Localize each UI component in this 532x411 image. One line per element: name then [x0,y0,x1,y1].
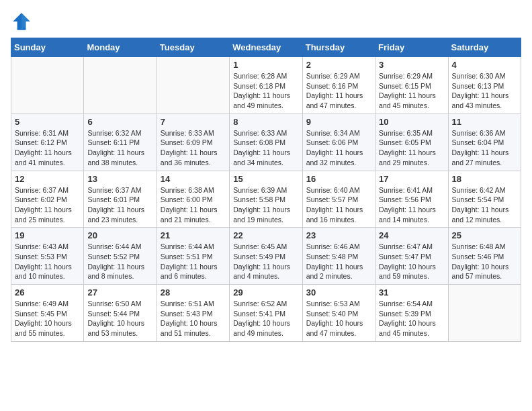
cell-content: Sunrise: 6:50 AMSunset: 5:44 PMDaylight:… [87,299,152,338]
calendar-table: SundayMondayTuesdayWednesdayThursdayFrid… [11,38,521,342]
week-row-1: 1Sunrise: 6:28 AMSunset: 6:18 PMDaylight… [11,57,521,114]
calendar-cell: 6Sunrise: 6:32 AMSunset: 6:11 PMDaylight… [84,113,157,171]
calendar-cell: 13Sunrise: 6:37 AMSunset: 6:01 PMDayligh… [84,171,157,228]
day-number: 26 [15,287,80,298]
day-number: 19 [15,230,80,240]
calendar-cell: 21Sunrise: 6:44 AMSunset: 5:51 PMDayligh… [157,228,229,285]
day-number: 29 [233,287,298,298]
calendar-cell: 14Sunrise: 6:38 AMSunset: 6:00 PMDayligh… [157,171,229,228]
logo [11,11,35,32]
day-number: 8 [233,117,298,127]
calendar-cell: 10Sunrise: 6:35 AMSunset: 6:05 PMDayligh… [375,113,448,171]
day-number: 23 [306,230,371,240]
day-number: 1 [233,60,298,70]
calendar-cell [84,57,157,114]
day-number: 2 [306,60,371,70]
day-number: 15 [233,174,298,184]
cell-content: Sunrise: 6:33 AMSunset: 6:08 PMDaylight:… [233,128,298,168]
calendar-cell: 5Sunrise: 6:31 AMSunset: 6:12 PMDaylight… [11,113,84,171]
week-row-2: 5Sunrise: 6:31 AMSunset: 6:12 PMDaylight… [11,113,521,171]
day-number: 7 [161,117,226,127]
day-number: 13 [87,174,152,184]
calendar-cell: 8Sunrise: 6:33 AMSunset: 6:08 PMDaylight… [230,113,302,171]
day-number: 18 [452,174,517,184]
cell-content: Sunrise: 6:47 AMSunset: 5:47 PMDaylight:… [379,242,444,281]
day-number: 5 [15,117,80,127]
cell-content: Sunrise: 6:38 AMSunset: 6:00 PMDaylight:… [161,185,226,225]
day-number: 3 [379,60,444,70]
col-header-monday: Monday [84,38,157,57]
day-number: 17 [379,174,444,184]
calendar-cell: 31Sunrise: 6:54 AMSunset: 5:39 PMDayligh… [375,285,448,342]
cell-content: Sunrise: 6:34 AMSunset: 6:06 PMDaylight:… [306,128,371,168]
day-number: 11 [452,117,517,127]
cell-content: Sunrise: 6:43 AMSunset: 5:53 PMDaylight:… [15,242,80,281]
calendar-cell: 12Sunrise: 6:37 AMSunset: 6:02 PMDayligh… [11,171,84,228]
cell-content: Sunrise: 6:28 AMSunset: 6:18 PMDaylight:… [233,71,298,111]
day-number: 22 [233,230,298,240]
day-number: 9 [306,117,371,127]
day-number: 10 [379,117,444,127]
svg-marker-1 [21,13,30,30]
calendar-cell: 1Sunrise: 6:28 AMSunset: 6:18 PMDaylight… [230,57,302,114]
calendar-cell: 7Sunrise: 6:33 AMSunset: 6:09 PMDaylight… [157,113,229,171]
calendar-cell: 15Sunrise: 6:39 AMSunset: 5:58 PMDayligh… [230,171,302,228]
day-number: 12 [15,174,80,184]
cell-content: Sunrise: 6:29 AMSunset: 6:16 PMDaylight:… [306,71,371,111]
col-header-thursday: Thursday [302,38,375,57]
cell-content: Sunrise: 6:35 AMSunset: 6:05 PMDaylight:… [379,128,444,168]
week-row-4: 19Sunrise: 6:43 AMSunset: 5:53 PMDayligh… [11,228,521,285]
calendar-cell: 26Sunrise: 6:49 AMSunset: 5:45 PMDayligh… [11,285,84,342]
calendar-header-row: SundayMondayTuesdayWednesdayThursdayFrid… [11,38,521,57]
day-number: 14 [161,174,226,184]
cell-content: Sunrise: 6:46 AMSunset: 5:48 PMDaylight:… [306,242,371,281]
week-row-5: 26Sunrise: 6:49 AMSunset: 5:45 PMDayligh… [11,285,521,342]
cell-content: Sunrise: 6:36 AMSunset: 6:04 PMDaylight:… [452,128,517,168]
cell-content: Sunrise: 6:53 AMSunset: 5:40 PMDaylight:… [306,299,371,338]
calendar-cell: 18Sunrise: 6:42 AMSunset: 5:54 PMDayligh… [448,171,521,228]
calendar-cell: 27Sunrise: 6:50 AMSunset: 5:44 PMDayligh… [84,285,157,342]
cell-content: Sunrise: 6:30 AMSunset: 6:13 PMDaylight:… [452,71,517,111]
cell-content: Sunrise: 6:29 AMSunset: 6:15 PMDaylight:… [379,71,444,111]
week-row-3: 12Sunrise: 6:37 AMSunset: 6:02 PMDayligh… [11,171,521,228]
cell-content: Sunrise: 6:44 AMSunset: 5:51 PMDaylight:… [161,242,226,281]
calendar-cell: 28Sunrise: 6:51 AMSunset: 5:43 PMDayligh… [157,285,229,342]
day-number: 6 [87,117,152,127]
cell-content: Sunrise: 6:44 AMSunset: 5:52 PMDaylight:… [87,242,152,281]
page-header [11,11,521,32]
cell-content: Sunrise: 6:45 AMSunset: 5:49 PMDaylight:… [233,242,298,281]
calendar-cell [11,57,84,114]
calendar-cell: 19Sunrise: 6:43 AMSunset: 5:53 PMDayligh… [11,228,84,285]
calendar-cell: 25Sunrise: 6:48 AMSunset: 5:46 PMDayligh… [448,228,521,285]
calendar-cell: 30Sunrise: 6:53 AMSunset: 5:40 PMDayligh… [302,285,375,342]
col-header-tuesday: Tuesday [157,38,229,57]
cell-content: Sunrise: 6:41 AMSunset: 5:56 PMDaylight:… [379,185,444,225]
cell-content: Sunrise: 6:52 AMSunset: 5:41 PMDaylight:… [233,299,298,338]
day-number: 25 [452,230,517,240]
calendar-cell [157,57,229,114]
calendar-cell: 16Sunrise: 6:40 AMSunset: 5:57 PMDayligh… [302,171,375,228]
day-number: 27 [87,287,152,298]
logo-icon [11,11,32,32]
cell-content: Sunrise: 6:37 AMSunset: 6:01 PMDaylight:… [87,185,152,225]
calendar-cell: 20Sunrise: 6:44 AMSunset: 5:52 PMDayligh… [84,228,157,285]
calendar-cell: 2Sunrise: 6:29 AMSunset: 6:16 PMDaylight… [302,57,375,114]
col-header-friday: Friday [375,38,448,57]
col-header-sunday: Sunday [11,38,84,57]
calendar-cell: 4Sunrise: 6:30 AMSunset: 6:13 PMDaylight… [448,57,521,114]
day-number: 20 [87,230,152,240]
cell-content: Sunrise: 6:48 AMSunset: 5:46 PMDaylight:… [452,242,517,281]
calendar-cell [448,285,521,342]
day-number: 21 [161,230,226,240]
day-number: 4 [452,60,517,70]
cell-content: Sunrise: 6:54 AMSunset: 5:39 PMDaylight:… [379,299,444,338]
calendar-cell: 17Sunrise: 6:41 AMSunset: 5:56 PMDayligh… [375,171,448,228]
cell-content: Sunrise: 6:39 AMSunset: 5:58 PMDaylight:… [233,185,298,225]
cell-content: Sunrise: 6:31 AMSunset: 6:12 PMDaylight:… [15,128,80,168]
cell-content: Sunrise: 6:33 AMSunset: 6:09 PMDaylight:… [161,128,226,168]
day-number: 28 [161,287,226,298]
cell-content: Sunrise: 6:49 AMSunset: 5:45 PMDaylight:… [15,299,80,338]
calendar-cell: 23Sunrise: 6:46 AMSunset: 5:48 PMDayligh… [302,228,375,285]
calendar-cell: 29Sunrise: 6:52 AMSunset: 5:41 PMDayligh… [230,285,302,342]
cell-content: Sunrise: 6:32 AMSunset: 6:11 PMDaylight:… [87,128,152,168]
